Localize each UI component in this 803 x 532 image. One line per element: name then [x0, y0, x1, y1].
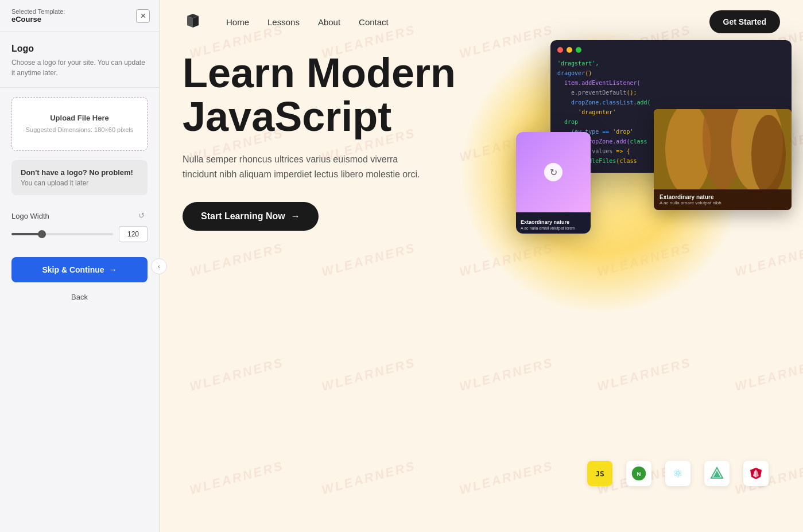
watermark-22: WLEARNERS	[320, 459, 418, 498]
browser-dots	[557, 47, 785, 53]
logo-svg-icon	[183, 11, 203, 32]
get-started-button[interactable]: Get Started	[709, 10, 780, 33]
arrow-icon: →	[109, 265, 117, 274]
site-nav: Home Lessons About Contact Get Started	[160, 0, 803, 44]
hero-content: Learn Modern JavaScript Nulla semper rho…	[183, 52, 481, 231]
watermark-20: WLEARNERS	[734, 355, 803, 395]
code-line-1: 'dragstart',	[557, 59, 785, 68]
logo-width-text: Logo Width	[11, 212, 49, 220]
upload-subtitle: Suggested Dimensions: 180×60 pixels	[21, 126, 138, 134]
angular-svg	[749, 467, 763, 480]
watermark-16: WLEARNERS	[188, 355, 286, 395]
hero-title: Learn Modern JavaScript	[183, 52, 481, 138]
watermark-11: WLEARNERS	[188, 240, 286, 280]
start-arrow-icon: →	[291, 211, 300, 222]
left-panel: Selected Template: eCourse ✕ Logo Choose…	[0, 0, 160, 532]
dot-yellow	[567, 47, 572, 53]
back-link[interactable]: Back	[0, 288, 159, 306]
code-line-4: e.preventDefault();	[557, 88, 785, 98]
svg-text:N: N	[637, 471, 641, 477]
logo-width-label: Logo Width ↺	[11, 211, 148, 220]
no-logo-box: Don't have a logo? No problem! You can u…	[11, 160, 148, 195]
close-button[interactable]: ✕	[136, 9, 150, 23]
slider-row: 120	[11, 226, 148, 242]
no-logo-title: Don't have a logo? No problem!	[21, 168, 138, 177]
watermark-19: WLEARNERS	[596, 355, 693, 395]
selected-template-label: Selected Template:	[11, 8, 65, 15]
nav-about[interactable]: About	[318, 17, 340, 27]
landscape-card: Extaordinary nature A ac nulla ornare vo…	[654, 109, 792, 210]
landscape-svg	[654, 109, 792, 189]
skip-continue-button[interactable]: Skip & Continue →	[11, 257, 148, 282]
skip-continue-label: Skip & Continue	[42, 265, 104, 274]
logo-section: Logo Choose a logo for your site. You ca…	[0, 32, 159, 88]
upload-title: Upload File Here	[21, 114, 138, 122]
vue-tech-icon	[704, 461, 730, 486]
selected-template-bar: Selected Template: eCourse ✕	[0, 0, 159, 32]
code-line-2: dragover()	[557, 68, 785, 78]
no-logo-desc: You can upload it later	[21, 179, 138, 187]
start-learning-button[interactable]: Start Learning Now →	[183, 202, 319, 231]
watermark-12: WLEARNERS	[320, 240, 418, 280]
upload-area[interactable]: Upload File Here Suggested Dimensions: 1…	[11, 97, 148, 151]
watermark-18: WLEARNERS	[458, 355, 556, 395]
slider-value-input[interactable]: 120	[119, 226, 148, 242]
reset-icon[interactable]: ↺	[138, 211, 148, 220]
code-line-3: item.addEventListener(	[557, 78, 785, 88]
dot-red	[557, 47, 563, 53]
angular-tech-icon	[743, 461, 769, 486]
landscape-card-subtitle: A ac nulla ornare volutpat nibh	[660, 200, 786, 205]
watermark-17: WLEARNERS	[320, 355, 418, 395]
phone-refresh-icon: ↻	[544, 163, 563, 181]
preview-area: WLEARNERS WLEARNERS WLEARNERS WLEARNERS …	[160, 0, 803, 532]
nav-lessons[interactable]: Lessons	[267, 17, 300, 27]
hero-description: Nulla semper rhoncus ultrices varius eui…	[183, 152, 424, 181]
js-tech-icon: JS	[587, 461, 612, 486]
selected-template-text: Selected Template: eCourse	[11, 8, 65, 24]
start-learning-label: Start Learning Now	[201, 211, 285, 222]
collapse-handle[interactable]: ‹	[151, 258, 167, 274]
phone-mockup: ↻ Extaordinary nature A ac nulla email v…	[516, 132, 591, 234]
watermark-23: WLEARNERS	[458, 459, 556, 498]
tech-icons-row: JS N ⚛	[587, 461, 769, 486]
dot-green	[576, 47, 581, 53]
watermark-15: WLEARNERS	[734, 240, 803, 280]
landscape-label-area: Extaordinary nature A ac nulla ornare vo…	[654, 189, 792, 210]
selected-template-value: eCourse	[11, 15, 65, 24]
slider-track[interactable]	[11, 233, 113, 235]
vue-svg	[710, 467, 724, 480]
logo-width-section: Logo Width ↺ 120	[0, 204, 159, 251]
node-svg: N	[631, 465, 647, 481]
nav-links: Home Lessons About Contact	[226, 17, 709, 27]
slider-thumb[interactable]	[38, 230, 46, 238]
node-tech-icon: N	[626, 461, 651, 486]
watermark-21: WLEARNERS	[188, 459, 286, 498]
phone-card-title: Extaordinary nature	[521, 219, 586, 225]
phone-label-area: Extaordinary nature A ac nulla email vol…	[516, 212, 591, 234]
logo-section-title: Logo	[11, 44, 148, 54]
site-logo	[183, 11, 203, 32]
nav-contact[interactable]: Contact	[359, 17, 389, 27]
landscape-image	[654, 109, 792, 189]
phone-image-area: ↻	[516, 132, 591, 212]
nav-home[interactable]: Home	[226, 17, 249, 27]
react-tech-icon: ⚛	[665, 461, 690, 486]
landscape-card-title: Extaordinary nature	[660, 194, 786, 200]
code-line-5: dropZone.classList.add(	[557, 98, 785, 107]
device-mockup: 'dragstart', dragover() item.addEventLis…	[516, 40, 792, 173]
logo-section-desc: Choose a logo for your site. You can upd…	[11, 57, 148, 78]
phone-card-subtitle: A ac nulla email volutpat lorem	[521, 226, 586, 230]
